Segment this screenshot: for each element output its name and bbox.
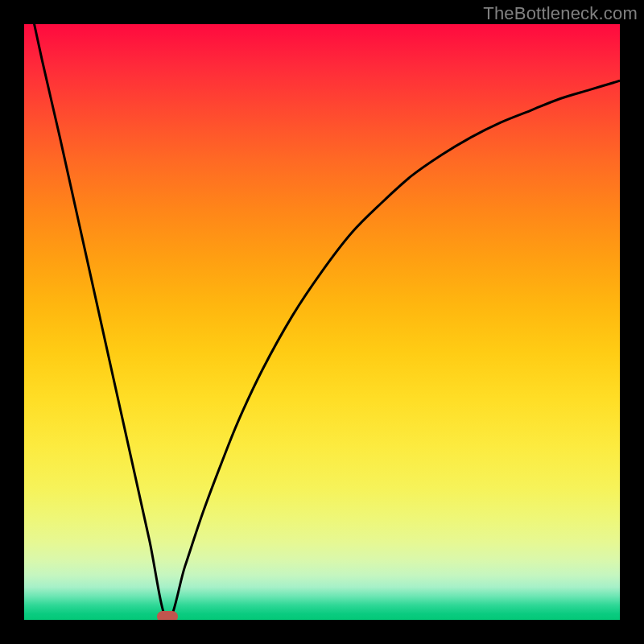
bottleneck-curve	[24, 24, 620, 620]
chart-stage: TheBottleneck.com	[0, 0, 644, 644]
curve-layer	[24, 24, 620, 620]
minimum-marker	[157, 611, 178, 620]
plot-area	[24, 24, 620, 620]
watermark-text: TheBottleneck.com	[483, 3, 638, 24]
